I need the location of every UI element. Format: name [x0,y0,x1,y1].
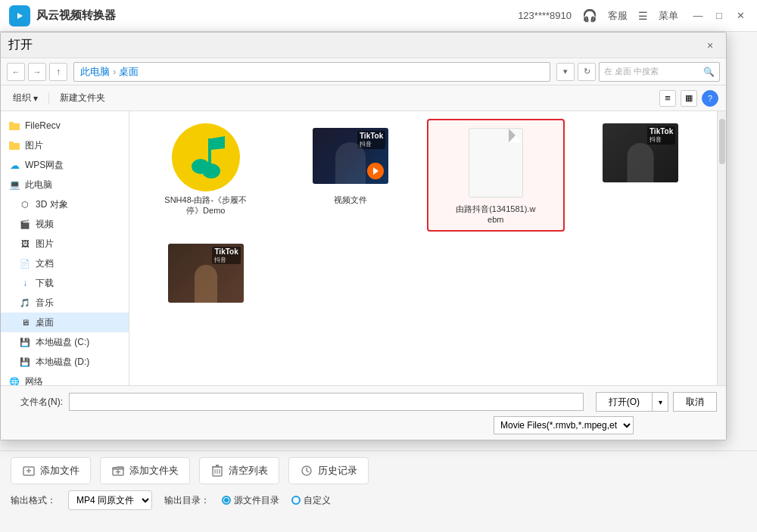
title-bar: 风云视频转换器 123****8910 🎧 客服 ☰ 菜单 — □ ✕ [0,0,757,32]
document-icon: 📄 [19,257,31,269]
breadcrumb-pc[interactable]: 此电脑 [80,65,110,79]
footer-row-filename: 文件名(N): 打开(O) ▾ 取消 [10,392,717,412]
file-item-videofolder[interactable]: TikTok 抖音 视频文件 [282,119,420,232]
nav-back-button[interactable]: ← [7,63,25,81]
sidebar-item-docs[interactable]: 📄 文档 [1,254,129,273]
organize-arrow-icon: ▾ [33,93,38,104]
new-folder-button[interactable]: 新建文件夹 [55,90,110,106]
svg-rect-2 [9,122,14,124]
view-details-button[interactable]: ≡ [659,90,676,107]
format-select[interactable]: MP4 同原文件 [68,490,152,510]
nav-dropdown-button[interactable]: ▾ [556,63,575,81]
sidebar-label-wps: WPS网盘 [25,159,64,172]
maximize-button[interactable]: □ [712,8,727,23]
filename-input[interactable] [69,393,584,411]
disk-d-icon: 💾 [19,356,31,368]
source-dir-label: 源文件目录 [234,494,279,507]
sidebar-item-desktop[interactable]: 🖥 桌面 [1,313,129,332]
breadcrumb-separator: › [113,66,116,77]
sidebar-item-video[interactable]: 🎬 视频 [1,214,129,234]
sidebar-label-diskc: 本地磁盘 (C:) [36,336,89,349]
app-bottom-toolbar: 添加文件 添加文件夹 [0,450,757,532]
new-folder-label: 新建文件夹 [60,92,105,104]
dialog-titlebar: 打开 × [1,33,726,58]
sidebar-item-diskd[interactable]: 💾 本地磁盘 (D:) [1,352,129,372]
play-overlay-1 [367,163,384,179]
svg-rect-3 [9,143,20,150]
filename-label: 文件名(N): [10,396,63,409]
dialog-close-button[interactable]: × [702,37,718,54]
breadcrumb-bar: 此电脑 › 桌面 [73,62,550,82]
search-placeholder-text: 在 桌面 中搜索 [604,66,659,77]
sidebar-item-images[interactable]: 图片 [1,135,129,155]
close-button[interactable]: ✕ [733,8,748,23]
sidebar-item-music[interactable]: 🎵 音乐 [1,293,129,313]
file-item-webm[interactable]: 由路抖音(1341581).webm [427,119,565,232]
nav-forward-button[interactable]: → [28,63,46,81]
filetype-select[interactable]: Movie Files(*.rmvb,*.mpeg,et [494,416,634,434]
add-folder-label: 添加文件夹 [129,464,179,478]
title-bar-right: 123****8910 🎧 客服 ☰ 菜单 [518,8,678,23]
nav-up-button[interactable]: ↑ [49,63,67,81]
minimize-button[interactable]: — [690,8,706,23]
custom-dir-radio-dot [291,496,301,505]
video-icon: 🎬 [19,218,31,230]
folder-icon-2 [8,139,20,151]
breadcrumb-desktop[interactable]: 桌面 [119,65,139,79]
customer-service-label[interactable]: 客服 [608,9,628,23]
add-folder-icon [111,464,125,478]
sidebar-label-desktop: 桌面 [36,316,54,329]
custom-dir-radio[interactable]: 自定义 [291,494,331,507]
source-dir-radio[interactable]: 源文件目录 [222,494,279,507]
sidebar-item-downloads[interactable]: ↓ 下载 [1,273,129,293]
cancel-button[interactable]: 取消 [673,392,717,412]
clear-list-label: 清空列表 [229,464,268,478]
sidebar-label-diskd: 本地磁盘 (D:) [36,356,89,369]
organize-button[interactable]: 组织 ▾ [8,90,42,106]
headset-icon: 🎧 [582,8,597,23]
history-button[interactable]: 历史记录 [288,457,369,484]
disk-c-icon: 💾 [19,336,31,348]
dialog-sidebar: FileRecv 图片 ☁ WPS网盘 💻 此电脑 [1,111,129,385]
view-toggle-button[interactable]: ▦ [681,90,697,107]
organize-label: 组织 [13,92,31,104]
source-dir-radio-dot [222,496,231,505]
app-title: 风云视频转换器 [36,8,518,23]
footer-row-filetype: Movie Files(*.rmvb,*.mpeg,et [10,416,634,434]
window-controls: — □ ✕ [690,8,748,23]
sidebar-label-pictures: 图片 [36,238,54,250]
open-btn-wrap: 打开(O) ▾ [596,392,668,412]
add-file-button[interactable]: 添加文件 [11,457,91,484]
sidebar-label-downloads: 下载 [36,277,54,290]
sidebar-label-3d: 3D 对象 [36,198,68,211]
sidebar-item-diskc[interactable]: 💾 本地磁盘 (C:) [1,332,129,352]
sidebar-item-thispc[interactable]: 💻 此电脑 [1,175,129,194]
open-button[interactable]: 打开(O) [596,392,652,412]
sidebar-item-filerecv[interactable]: FileRecv [1,116,129,135]
tiktok-watermark-3: TikTok 抖音 [212,247,240,265]
menu-label[interactable]: 菜单 [659,9,678,23]
clear-list-button[interactable]: 清空列表 [199,457,279,484]
add-folder-button[interactable]: 添加文件夹 [100,457,190,484]
sidebar-item-3d[interactable]: ⬡ 3D 对象 [1,194,129,214]
help-button[interactable]: ? [702,90,718,107]
nav-refresh-button[interactable]: ↻ [578,63,596,81]
dialog-title-text: 打开 [8,37,33,53]
download-icon: ↓ [19,277,31,289]
dialog-footer: 文件名(N): 打开(O) ▾ 取消 Movie Files(*.rmvb,*.… [1,385,726,440]
open-btn-dropdown[interactable]: ▾ [652,392,668,412]
file-item-video2[interactable]: TikTok 抖音 [137,239,275,307]
sidebar-label-music: 音乐 [36,297,54,310]
3d-icon: ⬡ [19,198,31,210]
sidebar-item-pictures[interactable]: 🖼 图片 [1,234,129,254]
file-item-video1[interactable]: TikTok 抖音 [572,119,710,232]
file-name-videofolder: 视频文件 [334,194,367,205]
sidebar-label-video: 视频 [36,218,54,231]
search-bar[interactable]: 在 桌面 中搜索 🔍 [599,62,720,82]
dialog-navbar: ← → ↑ 此电脑 › 桌面 ▾ ↻ 在 桌面 中搜索 🔍 [1,58,726,86]
sidebar-label-images: 图片 [25,139,43,152]
sidebar-item-network[interactable]: 🌐 网络 [1,372,129,385]
file-item-qqmusic[interactable]: SNH48-由路-《步履不停》Demo [137,119,275,232]
sidebar-item-wps[interactable]: ☁ WPS网盘 [1,155,129,175]
account-number: 123****8910 [518,10,572,21]
